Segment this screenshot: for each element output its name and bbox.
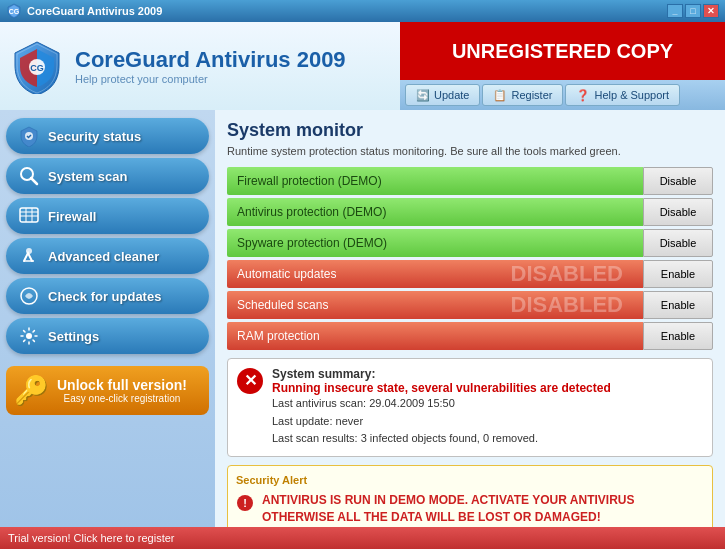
enable-button-4[interactable]: Enable (643, 291, 713, 319)
app-subtitle: Help protect your computer (75, 73, 346, 85)
summary-info: Last antivirus scan: 29.04.2009 15:50 La… (272, 395, 611, 448)
protection-label-5: RAM protection (227, 322, 643, 350)
protection-row-4: Scheduled scansDISABLEDEnable (227, 291, 713, 319)
svg-text:!: ! (243, 497, 247, 509)
register-icon: 📋 (493, 89, 507, 102)
unlock-title: Unlock full version! (57, 377, 187, 393)
svg-text:CG: CG (9, 8, 20, 15)
svg-line-5 (31, 178, 37, 184)
protection-rows: Firewall protection (DEMO)DisableAntivir… (227, 167, 713, 350)
logo-area: CG CoreGuard Antivirus 2009 Help protect… (0, 22, 400, 110)
security-status-icon (18, 125, 40, 147)
svg-text:✕: ✕ (244, 372, 257, 389)
check-updates-icon (18, 285, 40, 307)
disable-button-1[interactable]: Disable (643, 198, 713, 226)
minimize-button[interactable]: _ (667, 4, 683, 18)
window-controls[interactable]: _ □ ✕ (667, 4, 719, 18)
help-button[interactable]: ❓ Help & Support (565, 84, 680, 106)
settings-icon (18, 325, 40, 347)
unregistered-banner: UNREGISTERED COPY (400, 22, 725, 80)
protection-row-3: Automatic updatesDISABLEDEnable (227, 260, 713, 288)
unlock-full-version[interactable]: 🔑 Unlock full version! Easy one-click re… (6, 366, 209, 415)
alert-title: Security Alert (236, 474, 704, 486)
sidebar-item-check-for-updates[interactable]: Check for updates (6, 278, 209, 314)
sidebar-item-firewall[interactable]: Firewall (6, 198, 209, 234)
update-button[interactable]: 🔄 Update (405, 84, 480, 106)
system-scan-icon (18, 165, 40, 187)
update-icon: 🔄 (416, 89, 430, 102)
protection-label-2: Spyware protection (DEMO) (227, 229, 643, 257)
maximize-button[interactable]: □ (685, 4, 701, 18)
protection-row-2: Spyware protection (DEMO)Disable (227, 229, 713, 257)
protection-label-3: Automatic updatesDISABLED (227, 260, 643, 288)
top-nav: 🔄 Update 📋 Register ❓ Help & Support (400, 80, 725, 110)
protection-label-1: Antivirus protection (DEMO) (227, 198, 643, 226)
sidebar-item-security[interactable]: Security status (6, 118, 209, 154)
title-text: CoreGuard Antivirus 2009 (27, 5, 162, 17)
logo-shield-icon: CG (10, 39, 65, 94)
enable-button-5[interactable]: Enable (643, 322, 713, 350)
sidebar: Security status System scan Firewall (0, 110, 215, 527)
close-button[interactable]: ✕ (703, 4, 719, 18)
security-alert: Security Alert ! ANTIVIRUS IS RUN IN DEM… (227, 465, 713, 527)
sidebar-item-system-scan[interactable]: System scan (6, 158, 209, 194)
protection-row-1: Antivirus protection (DEMO)Disable (227, 198, 713, 226)
help-icon: ❓ (576, 89, 590, 102)
enable-button-3[interactable]: Enable (643, 260, 713, 288)
svg-point-11 (26, 248, 32, 254)
title-bar: CG CoreGuard Antivirus 2009 _ □ ✕ (0, 0, 725, 22)
summary-title: System summary: (272, 367, 375, 381)
status-bar[interactable]: Trial version! Click here to register (0, 527, 725, 549)
key-icon: 🔑 (14, 374, 49, 407)
summary-danger: Running insecure state, several vulnerab… (272, 381, 611, 395)
svg-text:CG: CG (30, 63, 44, 73)
status-text: Trial version! Click here to register (8, 532, 174, 544)
logo-text: CoreGuard Antivirus 2009 Help protect yo… (75, 47, 346, 85)
advanced-cleaner-icon (18, 245, 40, 267)
disable-button-0[interactable]: Disable (643, 167, 713, 195)
warning-icon: ✕ (236, 367, 264, 448)
watermark-4: DISABLED (511, 292, 623, 318)
alert-message: ANTIVIRUS IS RUN IN DEMO MODE. ACTIVATE … (262, 492, 704, 526)
page-subtitle: Runtime system protection status monitor… (227, 145, 713, 157)
protection-row-0: Firewall protection (DEMO)Disable (227, 167, 713, 195)
svg-rect-6 (20, 208, 38, 222)
main-layout: Security status System scan Firewall (0, 110, 725, 527)
page-title: System monitor (227, 120, 713, 141)
alert-icon: ! (236, 494, 254, 516)
system-summary: ✕ System summary: Running insecure state… (227, 358, 713, 457)
firewall-icon (18, 205, 40, 227)
app-title: CoreGuard Antivirus 2009 (75, 47, 346, 73)
protection-label-4: Scheduled scansDISABLED (227, 291, 643, 319)
top-right: UNREGISTERED COPY 🔄 Update 📋 Register ❓ … (400, 22, 725, 110)
svg-point-14 (26, 333, 32, 339)
disable-button-2[interactable]: Disable (643, 229, 713, 257)
register-button[interactable]: 📋 Register (482, 84, 563, 106)
content-area: System monitor Runtime system protection… (215, 110, 725, 527)
protection-label-0: Firewall protection (DEMO) (227, 167, 643, 195)
unlock-subtitle: Easy one-click registration (57, 393, 187, 404)
header: CG CoreGuard Antivirus 2009 Help protect… (0, 22, 725, 110)
sidebar-item-settings[interactable]: Settings (6, 318, 209, 354)
sidebar-item-advanced-cleaner[interactable]: Advanced cleaner (6, 238, 209, 274)
watermark-3: DISABLED (511, 261, 623, 287)
protection-row-5: RAM protectionEnable (227, 322, 713, 350)
app-icon: CG (6, 3, 22, 19)
